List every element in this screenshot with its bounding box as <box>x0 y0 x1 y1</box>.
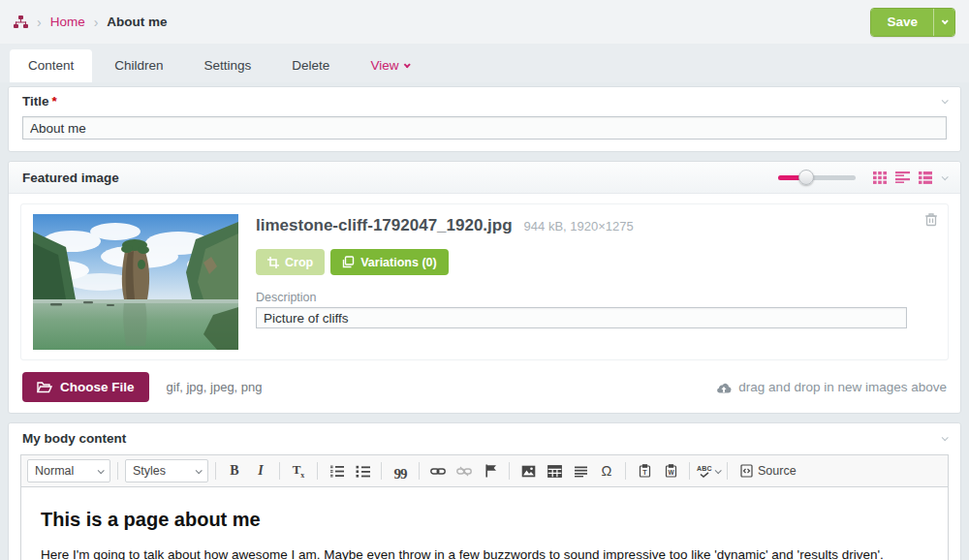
copies-icon <box>342 256 355 268</box>
topbar: › Home › About me Save <box>0 0 969 44</box>
horizontal-rule-button[interactable] <box>569 460 592 482</box>
toolbar-separator <box>689 462 690 480</box>
tab-bar: Content Children Settings Delete View <box>0 44 969 82</box>
choose-file-button[interactable]: Choose File <box>22 372 149 402</box>
tab-view-label: View <box>370 58 398 73</box>
crop-icon <box>267 257 279 268</box>
featured-image-panel: Featured image <box>8 161 961 414</box>
crop-button[interactable]: Crop <box>256 249 325 275</box>
chevron-down-icon <box>196 467 203 474</box>
unlink-button[interactable] <box>453 460 476 482</box>
body-content-label: My body content <box>22 431 126 446</box>
slider-thumb[interactable] <box>798 170 814 185</box>
toolbar-separator <box>381 462 382 480</box>
chevron-down-icon <box>404 61 411 68</box>
insert-table-button[interactable] <box>543 460 566 482</box>
title-label: Title* <box>22 94 57 109</box>
toolbar-separator <box>279 462 280 480</box>
sitemap-icon[interactable] <box>14 16 28 29</box>
media-thumbnail[interactable] <box>33 214 238 350</box>
allowed-formats-text: gif, jpg, jpeg, png <box>167 380 263 394</box>
featured-image-header: Featured image <box>9 162 960 194</box>
svg-text:W: W <box>668 469 674 476</box>
featured-image-label: Featured image <box>22 171 119 185</box>
variations-button[interactable]: Variations (0) <box>330 249 449 275</box>
main-content: Title* Featured image <box>0 82 969 560</box>
toolbar-separator <box>625 462 626 480</box>
folder-open-icon <box>37 381 52 393</box>
title-panel: Title* <box>8 86 961 152</box>
tab-settings[interactable]: Settings <box>186 49 270 82</box>
drag-drop-hint: drag and drop in new images above <box>716 380 947 394</box>
rich-text-editor: Normal Styles B I Tx <box>20 454 949 560</box>
save-split-button: Save <box>870 8 955 37</box>
editor-heading: This is a page about me <box>41 509 928 531</box>
svg-text:T: T <box>642 469 647 476</box>
blockquote-button[interactable]: 99 <box>389 460 412 482</box>
tab-delete[interactable]: Delete <box>273 49 348 82</box>
tab-view[interactable]: View <box>352 49 427 82</box>
tab-content[interactable]: Content <box>10 49 92 82</box>
collapse-chevron-icon[interactable] <box>942 434 949 441</box>
bold-button[interactable]: B <box>223 460 246 482</box>
remove-format-button[interactable]: Tx <box>287 460 310 482</box>
trash-icon[interactable] <box>924 212 938 230</box>
detail-view-icon[interactable] <box>895 171 910 184</box>
spellcheck-button[interactable]: ABC <box>697 460 720 482</box>
description-input[interactable] <box>256 307 907 328</box>
toolbar-separator <box>215 462 216 480</box>
body-content-header: My body content <box>9 423 960 452</box>
breadcrumb-separator: › <box>37 15 42 30</box>
link-button[interactable] <box>426 460 450 482</box>
styles-dropdown[interactable]: Styles <box>125 459 208 482</box>
collapse-chevron-icon[interactable] <box>942 97 949 104</box>
paragraph-format-dropdown[interactable]: Normal <box>27 459 110 482</box>
toolbar-separator <box>509 462 510 480</box>
grid-view-icon[interactable] <box>873 171 887 184</box>
save-dropdown-toggle[interactable] <box>933 9 954 36</box>
breadcrumb: › Home › About me <box>14 15 168 30</box>
check-icon <box>700 472 709 478</box>
title-panel-header: Title* <box>9 87 960 114</box>
chevron-down-icon <box>98 467 105 474</box>
anchor-flag-button[interactable] <box>479 460 502 482</box>
save-button[interactable]: Save <box>871 9 933 36</box>
body-content-panel: My body content Normal Styles B I Tx <box>8 422 961 560</box>
source-code-icon <box>740 464 753 478</box>
editor-content-area[interactable]: This is a page about me Here I'm going t… <box>21 487 948 560</box>
title-input[interactable] <box>22 116 947 140</box>
required-asterisk: * <box>52 94 57 109</box>
special-character-button[interactable]: Ω <box>595 460 618 482</box>
cloud-upload-icon <box>716 382 732 393</box>
media-item-card: limestone-cliff-1792047_1920.jpg 944 kB,… <box>20 203 949 360</box>
toolbar-separator <box>117 462 118 480</box>
insert-image-button[interactable] <box>516 460 540 482</box>
source-button[interactable]: Source <box>735 460 802 482</box>
breadcrumb-home-link[interactable]: Home <box>50 15 85 29</box>
paste-from-word-button[interactable]: W <box>659 460 682 482</box>
paste-as-text-button[interactable]: T <box>633 460 656 482</box>
editor-paragraph: Here I'm going to talk about how awesome… <box>41 547 928 560</box>
numbered-list-button[interactable] <box>325 460 348 482</box>
editor-toolbar: Normal Styles B I Tx <box>21 455 948 487</box>
chevron-down-icon <box>942 17 949 24</box>
toolbar-separator <box>317 462 318 480</box>
description-label: Description <box>256 291 907 304</box>
toolbar-separator <box>727 462 728 480</box>
media-filename: limestone-cliff-1792047_1920.jpg <box>256 216 513 235</box>
bullet-list-button[interactable] <box>351 460 374 482</box>
italic-button[interactable]: I <box>249 460 272 482</box>
toolbar-separator <box>419 462 420 480</box>
thumbnail-size-slider[interactable] <box>778 170 856 185</box>
tab-children[interactable]: Children <box>96 49 181 82</box>
breadcrumb-current-page: About me <box>107 15 167 29</box>
collapse-chevron-icon[interactable] <box>942 173 949 180</box>
breadcrumb-separator: › <box>94 15 99 30</box>
media-filesize: 944 kB, 1920×1275 <box>524 219 634 233</box>
list-view-icon[interactable] <box>919 171 932 184</box>
chevron-down-icon <box>715 467 722 474</box>
